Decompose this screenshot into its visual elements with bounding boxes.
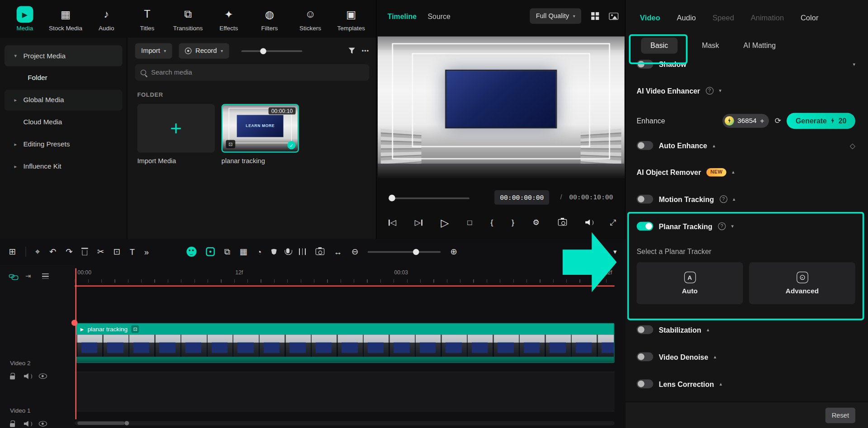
clip-thumbnail[interactable]: LEARN MORE 00:00:10 ⊡ ✓: [222, 104, 299, 153]
tab-color[interactable]: Color: [801, 14, 818, 22]
nav-item-media[interactable]: ▶ Media: [5, 6, 44, 31]
planar-tracking-toggle[interactable]: [636, 222, 653, 231]
playhead[interactable]: [75, 268, 76, 419]
tab-source[interactable]: Source: [427, 12, 450, 20]
mute-icon[interactable]: [24, 373, 30, 379]
video-viewport[interactable]: [378, 37, 625, 178]
split-scissors-icon[interactable]: ✂: [97, 247, 104, 257]
chevron-up-icon[interactable]: ▴: [714, 354, 716, 359]
background-image-icon[interactable]: [609, 13, 618, 20]
voiceover-mic-icon[interactable]: [286, 249, 289, 254]
timeline-scrollbar[interactable]: [75, 421, 614, 425]
chevron-up-icon[interactable]: ▴: [733, 196, 735, 202]
playhead-handle[interactable]: [71, 320, 77, 325]
nav-item-templates[interactable]: ▣ Templates: [332, 6, 370, 31]
seek-handle[interactable]: [389, 195, 395, 202]
visibility-icon[interactable]: [39, 421, 47, 426]
timeline-scrollbar-thumb[interactable]: [77, 422, 124, 425]
chevron-down-icon[interactable]: ▾: [731, 223, 734, 229]
stabilization-toggle[interactable]: [636, 325, 653, 334]
refresh-icon[interactable]: ⟳: [775, 116, 781, 125]
crop-icon[interactable]: ⊡: [114, 247, 120, 257]
shadow-toggle[interactable]: [636, 60, 653, 69]
credits-pill[interactable]: 36854 +: [722, 114, 769, 128]
zoom-in-icon[interactable]: ⊕: [451, 247, 457, 257]
timeline-ruler[interactable]: 00:00 12f 00:03 12f: [75, 268, 614, 284]
tab-video[interactable]: Video: [640, 14, 660, 22]
mark-out-button[interactable]: }: [512, 218, 514, 227]
mark-in-button[interactable]: {: [490, 218, 493, 227]
nav-item-audio[interactable]: ♪ Audio: [87, 6, 126, 31]
nav-item-filters[interactable]: ◍ Filters: [250, 6, 289, 31]
nav-item-stock-media[interactable]: ▦ Stock Media: [46, 6, 85, 31]
delete-icon[interactable]: [82, 250, 87, 255]
chevron-down-icon[interactable]: ▾: [853, 61, 855, 67]
add-credits-icon[interactable]: +: [760, 117, 764, 125]
fullscreen-icon[interactable]: ⤢: [610, 218, 616, 227]
next-frame-button[interactable]: ▷: [415, 218, 422, 227]
tab-animation[interactable]: Animation: [751, 14, 784, 22]
lock-icon[interactable]: [10, 376, 15, 380]
select-tool-icon[interactable]: ⌖: [35, 247, 40, 257]
speed-icon[interactable]: ◔: [257, 247, 262, 256]
subtab-ai-matting[interactable]: AI Matting: [744, 42, 776, 50]
planar-advanced-button[interactable]: Advanced: [749, 262, 855, 304]
planar-auto-button[interactable]: A Auto: [636, 262, 743, 304]
clip-tile[interactable]: LEARN MORE 00:00:10 ⊡ ✓ planar tracking: [222, 104, 299, 165]
volume-icon[interactable]: [585, 219, 591, 225]
layout-grid-icon[interactable]: [591, 12, 599, 20]
mask-icon[interactable]: [271, 249, 277, 254]
playback-settings-icon[interactable]: ⚙: [533, 218, 540, 227]
motion-tracking-toggle[interactable]: [636, 195, 653, 204]
chevron-up-icon[interactable]: ▴: [713, 143, 716, 148]
visibility-icon[interactable]: [39, 373, 47, 379]
generate-button[interactable]: Generate 20: [787, 113, 855, 128]
keyframe-diamond-icon[interactable]: ◇: [850, 141, 855, 150]
record-button[interactable]: Record ▾: [179, 43, 229, 58]
redo-icon[interactable]: ↷: [66, 247, 72, 257]
filter-icon[interactable]: [348, 47, 355, 54]
track-manager-icon[interactable]: [42, 273, 49, 279]
zoom-slider-knob[interactable]: [413, 249, 419, 254]
help-icon[interactable]: ?: [720, 195, 727, 203]
quality-select[interactable]: Full Quality ▾: [530, 8, 581, 24]
track-camera-icon[interactable]: [315, 249, 324, 255]
ai-cutout-icon[interactable]: [186, 247, 196, 257]
storyboard-icon[interactable]: ▦: [239, 247, 247, 257]
export-track-icon[interactable]: ⇥: [25, 272, 31, 280]
undo-icon[interactable]: ↶: [49, 247, 56, 257]
mute-icon[interactable]: [24, 421, 30, 427]
more-tools-icon[interactable]: »: [144, 247, 149, 256]
import-media-dropzone[interactable]: +: [138, 104, 215, 153]
reset-button[interactable]: Reset: [825, 408, 855, 423]
timeline-track-video1[interactable]: [75, 372, 614, 411]
thumbnail-size-slider[interactable]: [241, 50, 302, 52]
search-input[interactable]: [151, 69, 364, 76]
toolbar-dropdown-icon[interactable]: ▾: [613, 248, 617, 255]
slider-knob[interactable]: [260, 48, 266, 54]
video-denoise-toggle[interactable]: [636, 353, 653, 362]
chevron-up-icon[interactable]: ▴: [732, 169, 735, 175]
text-tool-icon[interactable]: T: [130, 247, 135, 256]
play-button[interactable]: ▷: [441, 216, 449, 229]
nav-item-stickers[interactable]: ☺ Stickers: [291, 6, 329, 31]
timeline-zoom-slider[interactable]: [368, 251, 441, 253]
chevron-up-icon[interactable]: ▴: [707, 327, 709, 332]
chevron-down-icon[interactable]: ▾: [719, 88, 721, 94]
zoom-out-icon[interactable]: ⊖: [351, 247, 358, 257]
nav-item-titles[interactable]: T Titles: [128, 6, 166, 31]
help-icon[interactable]: ?: [706, 87, 713, 94]
previous-frame-button[interactable]: ◁: [389, 218, 396, 227]
planar-track-tool-icon[interactable]: [206, 247, 215, 256]
import-button[interactable]: Import ▾: [135, 43, 172, 58]
import-media-tile[interactable]: + Import Media: [138, 104, 215, 165]
audio-mixer-icon[interactable]: [299, 249, 306, 255]
timeline-clip-planar-tracking[interactable]: ▶ planar tracking ⊡: [76, 323, 615, 363]
sidebar-item-influence-kit[interactable]: ▸ Influence Kit: [5, 156, 123, 177]
tab-audio[interactable]: Audio: [677, 14, 696, 22]
subtab-mask[interactable]: Mask: [702, 42, 719, 50]
fit-timeline-icon[interactable]: ↔: [334, 247, 342, 256]
link-clips-icon[interactable]: [9, 274, 14, 277]
nav-item-transitions[interactable]: ⧉ Transitions: [169, 6, 207, 31]
sidebar-item-project-media[interactable]: ▾ Project Media: [5, 45, 123, 66]
